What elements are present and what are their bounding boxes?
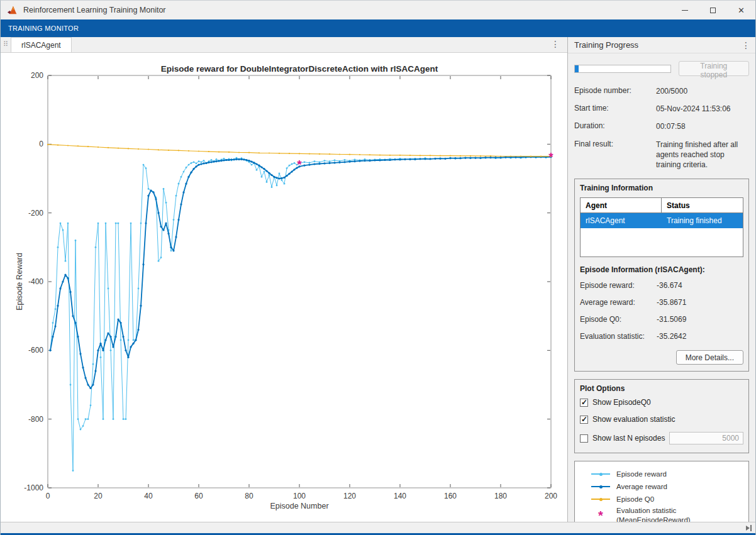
close-button[interactable]: ✕ (727, 1, 755, 19)
checkbox-label: Show last N episodes (592, 434, 665, 443)
legend-label: Evaluation statistic (MeanEpisodeReward) (616, 506, 691, 522)
checkbox-icon[interactable] (580, 399, 588, 407)
episode-info-label: Episode reward: (580, 281, 657, 290)
svg-text:80: 80 (245, 492, 253, 500)
panel-menu-icon[interactable]: ⋮ (742, 40, 750, 50)
episode-info-label: Evaluation statistic: (580, 332, 657, 341)
legend-item-episode-q0: Episode Q0 (590, 494, 733, 505)
matlab-logo-icon (7, 5, 18, 15)
expand-panel-icon[interactable] (746, 525, 752, 531)
agent-table-header: Agent Status (581, 198, 743, 213)
svg-text:0: 0 (46, 492, 50, 500)
legend-asterisk-icon: * (590, 512, 611, 519)
legend-label: Episode reward (616, 470, 667, 479)
svg-text:-600: -600 (28, 346, 43, 355)
checkbox-icon[interactable] (580, 434, 588, 443)
progress-fill (575, 65, 579, 72)
training-information-group: Training Information Agent Status rlSACA… (574, 179, 749, 372)
episode-info-row: Evaluation statistic: -35.2642 (580, 332, 743, 341)
last-n-episodes-input[interactable] (669, 432, 743, 444)
svg-text:40: 40 (144, 492, 153, 500)
svg-text:180: 180 (494, 492, 507, 500)
info-row: Episode number: 200/5000 (574, 86, 749, 96)
chart-panel: ⠿ rlSACAgent ⋮ -1000-800-600-400-2000200… (1, 37, 567, 522)
legend-line-average-reward-icon (590, 486, 611, 487)
svg-text:140: 140 (394, 492, 406, 500)
group-title: Plot Options (575, 380, 748, 398)
svg-text:-1000: -1000 (24, 483, 43, 492)
more-details-button[interactable]: More Details... (676, 350, 743, 365)
maximize-icon (710, 8, 716, 13)
checkbox-show-last-n-episodes[interactable]: Show last N episodes (580, 432, 743, 444)
chart-area: -1000-800-600-400-2000200020406080100120… (1, 53, 567, 522)
training-stop-button[interactable]: Training stopped (679, 61, 749, 76)
checkbox-label: Show evaluation statistic (592, 415, 675, 424)
checkbox-icon[interactable] (580, 416, 588, 424)
tabstrip-menu-icon[interactable]: ⋮ (551, 39, 560, 49)
close-icon: ✕ (738, 6, 745, 14)
legend-label: Episode Q0 (616, 495, 654, 504)
svg-text:160: 160 (444, 492, 457, 500)
svg-text:-800: -800 (28, 415, 43, 424)
app-window: Reinforcement Learning Training Monitor … (0, 0, 756, 535)
column-header-agent: Agent (581, 198, 662, 212)
ribbon-bar: TRAINING MONITOR (1, 19, 755, 37)
episode-info-label: Average reward: (580, 298, 657, 307)
info-row: Duration: 00:07:58 (574, 121, 749, 131)
info-value: Training finished after all agents reach… (656, 140, 749, 170)
column-header-status: Status (662, 201, 743, 210)
episode-info-row: Episode reward: -36.674 (580, 281, 743, 290)
window-controls: ✕ (670, 1, 755, 19)
progress-row: Training stopped (574, 61, 749, 76)
maximize-button[interactable] (699, 1, 727, 19)
status-cell: Training finished (662, 216, 743, 225)
svg-text:200: 200 (31, 71, 43, 80)
episode-info-value: -35.8671 (657, 298, 686, 307)
tab-rlsacagent[interactable]: rlSACAgent (11, 37, 72, 52)
minimize-icon (682, 10, 688, 11)
minimize-button[interactable] (670, 1, 699, 19)
checkbox-show-episodeq0[interactable]: Show EpisodeQ0 (580, 398, 743, 407)
plot-options-group: Plot Options Show EpisodeQ0 Show evaluat… (574, 379, 749, 453)
info-value: 200/5000 (656, 86, 749, 96)
window-title: Reinforcement Learning Training Monitor (23, 6, 166, 14)
agent-table: Agent Status rlSACAgent Training finishe… (580, 197, 743, 257)
agent-cell: rlSACAgent (581, 216, 662, 225)
statusbar (1, 522, 755, 534)
chart-title: Episode reward for DoubleIntegratorDiscr… (48, 64, 551, 74)
reward-chart: -1000-800-600-400-2000200020406080100120… (1, 53, 567, 522)
document-tabstrip: ⠿ rlSACAgent ⋮ (1, 37, 567, 53)
drag-handle-icon: ⠿ (3, 40, 8, 48)
panel-title: Training Progress (574, 40, 638, 50)
legend-label: Average reward (616, 482, 667, 492)
info-value: 05-Nov-2024 11:53:06 (656, 104, 749, 114)
checkbox-label: Show EpisodeQ0 (592, 398, 651, 407)
legend-line-episode-q0-icon (590, 499, 611, 500)
info-value: 00:07:58 (656, 121, 749, 131)
chart-legend: Episode reward Average reward Episode Q0… (574, 461, 749, 522)
tab-training-monitor[interactable]: TRAINING MONITOR (1, 25, 86, 32)
info-row: Final result: Training finished after al… (574, 140, 749, 170)
info-label: Episode number: (574, 86, 656, 96)
episode-info-value: -36.674 (657, 281, 682, 290)
info-label: Final result: (574, 140, 656, 170)
svg-text:200: 200 (545, 492, 557, 500)
legend-item-evaluation-statistic: * Evaluation statistic (MeanEpisodeRewar… (590, 506, 733, 522)
panel-body: Training stopped Episode number: 200/500… (568, 53, 755, 522)
training-progress-panel: Training Progress ⋮ Training stopped Epi… (567, 37, 755, 522)
main-area: ⠿ rlSACAgent ⋮ -1000-800-600-400-2000200… (1, 37, 755, 522)
info-row: Start time: 05-Nov-2024 11:53:06 (574, 104, 749, 114)
info-label: Duration: (574, 121, 656, 131)
svg-text:*: * (297, 158, 302, 171)
legend-line-episode-reward-icon (590, 473, 611, 475)
svg-text:-400: -400 (28, 277, 43, 286)
episode-info-row: Average reward: -35.8671 (580, 298, 743, 307)
episode-information-title: Episode Information (rlSACAgent): (575, 257, 748, 281)
table-row[interactable]: rlSACAgent Training finished (581, 213, 743, 228)
checkbox-show-evaluation-statistic[interactable]: Show evaluation statistic (580, 415, 743, 424)
svg-text:-200: -200 (28, 209, 43, 218)
episode-info-value: -31.5069 (657, 315, 686, 324)
svg-text:*: * (548, 150, 553, 163)
y-axis-label: Episode Reward (15, 253, 24, 311)
legend-inner: Episode reward Average reward Episode Q0… (590, 468, 733, 522)
